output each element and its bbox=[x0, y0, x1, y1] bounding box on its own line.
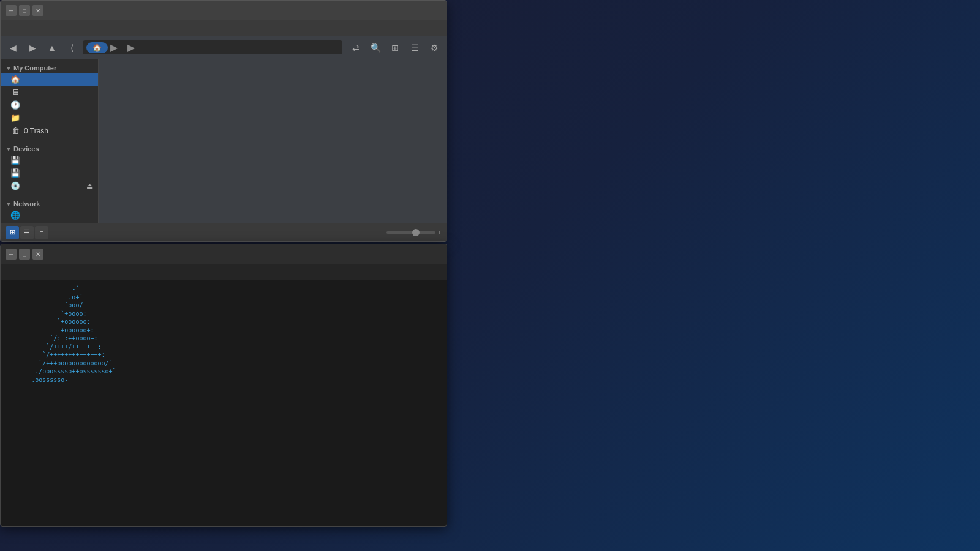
fm-view-toggle: ⊞ ☰ ≡ bbox=[6, 226, 48, 239]
fm-zoom-slider[interactable] bbox=[386, 231, 435, 234]
terminal-window: ─ □ ✕ -` .o+` `ooo/ `+oooo: `+oooooo: bbox=[0, 244, 447, 527]
fm-sidebar: ▼ My Computer 🏠 🖥 🕐 📁 🗑 0 Trash bbox=[1, 59, 99, 223]
fm-maximize-btn[interactable]: □ bbox=[19, 5, 30, 16]
sidebar-divider-2 bbox=[1, 195, 98, 195]
term-menu-edit[interactable] bbox=[14, 271, 21, 273]
term-menu-view[interactable] bbox=[24, 271, 31, 273]
terminal-content-area[interactable]: -` .o+` `ooo/ `+oooo: `+oooooo: -+oooooo… bbox=[1, 280, 447, 526]
sidebar-item-device-1[interactable]: 💾 bbox=[1, 154, 98, 167]
fm-statusbar: ⊞ ☰ ≡ − + bbox=[1, 223, 447, 241]
fm-close-btn[interactable]: ✕ bbox=[32, 5, 43, 16]
fm-grid-view-icon[interactable]: ⊞ bbox=[386, 39, 404, 56]
fm-settings-icon[interactable]: ⚙ bbox=[426, 39, 443, 56]
trash-icon: 🗑 bbox=[10, 126, 20, 135]
fm-menu-edit[interactable] bbox=[14, 27, 21, 29]
term-menu-file[interactable] bbox=[4, 271, 12, 273]
grid-view-btn[interactable]: ⊞ bbox=[6, 226, 19, 239]
zoom-in-icon[interactable]: + bbox=[438, 229, 442, 236]
term-menu-terminal[interactable] bbox=[43, 271, 51, 273]
sidebar-item-device-3[interactable]: 💿 ⏏ bbox=[1, 179, 98, 192]
terminal-ascii-art: -` .o+` `ooo/ `+oooo: `+oooooo: -+oooooo… bbox=[6, 285, 116, 521]
fm-section-my-computer: ▼ My Computer bbox=[1, 62, 98, 73]
fm-files-area bbox=[99, 59, 447, 223]
fm-zoom-control: − + bbox=[380, 229, 442, 236]
zoom-out-icon[interactable]: − bbox=[380, 229, 383, 236]
fm-menu-view[interactable] bbox=[24, 27, 31, 29]
filesystem-icon: 📁 bbox=[10, 113, 20, 122]
network-icon: 🌐 bbox=[10, 211, 20, 220]
term-maximize-btn[interactable]: □ bbox=[19, 249, 30, 260]
fm-menu-bookmarks[interactable] bbox=[43, 27, 51, 29]
fm-section-devices: ▼ Devices bbox=[1, 143, 98, 154]
fm-history-btn[interactable]: ⟨ bbox=[63, 39, 80, 56]
disc-icon: 💿 bbox=[10, 181, 20, 190]
sidebar-item-home[interactable]: 🏠 bbox=[1, 73, 98, 86]
term-menu-search[interactable] bbox=[34, 271, 41, 273]
fm-toolbar: ◀ ▶ ▲ ⟨ 🏠 ▶ ▶ ⇄ 🔍 ⊞ ☰ ⚙ bbox=[1, 36, 447, 59]
fm-breadcrumb-current[interactable] bbox=[120, 47, 125, 49]
fm-list-view-icon[interactable]: ☰ bbox=[406, 39, 423, 56]
fm-section-network: ▼ Network bbox=[1, 198, 98, 209]
home-icon: 🏠 bbox=[10, 75, 20, 84]
fm-titlebar: ─ □ ✕ bbox=[1, 1, 447, 20]
term-close-btn[interactable]: ✕ bbox=[32, 249, 43, 260]
fm-content: ▼ My Computer 🏠 🖥 🕐 📁 🗑 0 Trash bbox=[1, 59, 447, 223]
fm-menu-go[interactable] bbox=[34, 27, 41, 29]
list-view-btn[interactable]: ☰ bbox=[20, 226, 34, 239]
fm-menu-file[interactable] bbox=[4, 27, 12, 29]
sidebar-item-trash[interactable]: 🗑 0 Trash bbox=[1, 124, 98, 137]
fm-breadcrumb-home[interactable]: 🏠 bbox=[86, 42, 108, 53]
sidebar-item-filesystem[interactable]: 📁 bbox=[1, 111, 98, 124]
fm-sync-icon[interactable]: ⇄ bbox=[347, 39, 364, 56]
fm-menubar bbox=[1, 20, 447, 36]
fm-menu-help[interactable] bbox=[53, 27, 61, 29]
fm-back-btn[interactable]: ◀ bbox=[4, 39, 21, 56]
fm-search-icon[interactable]: 🔍 bbox=[367, 39, 384, 56]
drive-icon-1: 💾 bbox=[10, 156, 20, 165]
drive-icon-2: 💾 bbox=[10, 168, 20, 178]
terminal-menubar bbox=[1, 264, 447, 280]
fm-zoom-thumb[interactable] bbox=[412, 229, 420, 236]
sidebar-item-network[interactable]: 🌐 bbox=[1, 209, 98, 222]
recent-icon: 🕐 bbox=[10, 100, 20, 110]
sidebar-item-recent[interactable]: 🕐 bbox=[1, 99, 98, 111]
sidebar-divider-1 bbox=[1, 140, 98, 140]
fm-toolbar-right: ⇄ 🔍 ⊞ ☰ ⚙ bbox=[347, 39, 443, 56]
fm-forward-btn[interactable]: ▶ bbox=[24, 39, 41, 56]
term-minimize-btn[interactable]: ─ bbox=[6, 249, 17, 260]
sidebar-item-desktop[interactable]: 🖥 bbox=[1, 86, 98, 99]
file-manager-window: ─ □ ✕ ◀ ▶ ▲ ⟨ 🏠 ▶ ▶ ⇄ 🔍 ⊞ ☰ bbox=[0, 0, 447, 242]
fm-up-btn[interactable]: ▲ bbox=[43, 39, 61, 56]
desktop-icon: 🖥 bbox=[10, 88, 20, 97]
term-menu-help[interactable] bbox=[53, 271, 61, 273]
fm-breadcrumb: 🏠 ▶ ▶ bbox=[83, 40, 342, 54]
compact-view-btn[interactable]: ≡ bbox=[35, 226, 48, 239]
sidebar-item-device-2[interactable]: 💾 bbox=[1, 167, 98, 179]
terminal-titlebar: ─ □ ✕ bbox=[1, 244, 447, 264]
fm-minimize-btn[interactable]: ─ bbox=[6, 5, 17, 16]
